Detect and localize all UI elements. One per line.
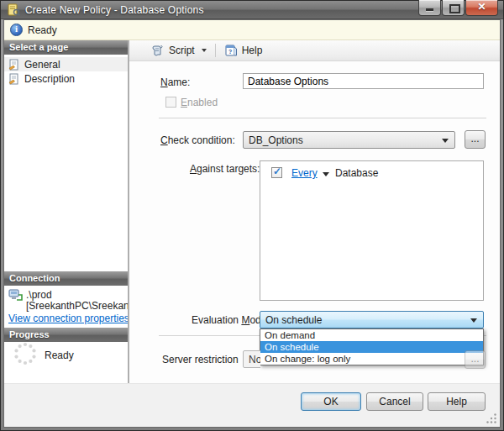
spinner-icon [13,341,38,366]
close-button[interactable] [465,0,498,16]
against-targets-label: Against targets: [190,163,260,175]
help-label: Help [242,45,263,56]
sidebar: Select a page General Description [4,40,128,384]
dropdown-option-on-change-log-only[interactable]: On change: log only [260,353,483,365]
maximize-button[interactable] [442,0,465,16]
dropdown-option-on-schedule[interactable]: On schedule [260,341,483,353]
sidebar-item-description[interactable]: Description [4,71,128,86]
toolbar: Script ? Help [129,40,500,61]
server-restriction-label: Server restriction [162,354,239,365]
sidebar-item-label: Description [24,73,75,85]
progress-status: Ready [45,350,74,361]
help-footer-button[interactable]: Help [428,392,486,411]
help-button[interactable]: ? Help [220,42,267,60]
check-condition-browse-button[interactable]: ... [465,130,486,149]
minimize-button[interactable] [418,0,441,16]
chevron-down-icon [470,318,477,323]
page-icon [8,59,20,71]
target-quantifier-link[interactable]: Every [291,167,318,179]
ok-button[interactable]: OK [301,392,361,411]
progress-header: Progress [4,328,128,342]
target-type: Database [335,167,378,179]
name-label: Name: [160,76,190,88]
main-panel: Script ? Help Name: E [129,40,500,384]
page-icon [8,73,20,85]
connection-server: .\prod [26,289,52,301]
view-connection-properties-link[interactable]: View connection properties [8,313,129,324]
target-checkbox[interactable] [271,167,282,178]
cancel-button[interactable]: Cancel [366,392,423,411]
chevron-down-icon [202,49,207,52]
check-condition-combobox[interactable]: DB_Options [243,131,455,149]
separator [159,118,486,118]
footer: OK Cancel Help [4,383,500,427]
toolbar-separator [215,44,216,57]
server-restriction-browse-button: ... [465,350,486,369]
status-bar: Ready [4,20,500,40]
dropdown-option-on-demand[interactable]: On demand [260,329,483,341]
select-a-page-header: Select a page [4,40,128,55]
script-label: Script [169,45,195,56]
server-connection-icon [8,288,23,302]
sidebar-item-general[interactable]: General [4,57,128,71]
script-button[interactable]: Script [147,42,211,60]
chevron-down-icon[interactable] [323,172,329,176]
evaluation-mode-dropdown: On demand On schedule On change: log onl… [260,329,484,365]
status-text: Ready [28,24,57,36]
check-condition-label: Check condition: [160,134,235,146]
dialog-body: Ready Select a page General [3,19,501,428]
chevron-down-icon [442,139,449,143]
sidebar-item-label: General [24,59,60,71]
evaluation-mode-combobox[interactable]: On schedule [260,311,484,329]
enabled-label: Enabled [181,97,218,108]
script-scroll-icon [151,44,165,57]
evaluation-mode-value: On schedule [265,314,322,326]
connection-header: Connection [4,271,128,286]
evaluation-mode-label: Evaluation Mode: [192,314,270,326]
svg-text:?: ? [228,49,232,55]
name-input[interactable] [243,73,484,89]
resize-grip[interactable] [486,413,497,424]
policy-document-icon [8,3,20,16]
enabled-checkbox[interactable] [165,97,176,108]
against-targets-listbox[interactable]: Every Database [260,160,484,301]
help-book-icon: ? [224,44,238,57]
info-icon [10,24,23,36]
window-title: Create New Policy - Database Options [25,4,204,16]
check-condition-value: DB_Options [249,134,303,146]
connection-account: [SreekanthPC\Sreekanth] [26,300,140,312]
create-new-policy-dialog: Create New Policy - Database Options Rea… [0,0,504,431]
